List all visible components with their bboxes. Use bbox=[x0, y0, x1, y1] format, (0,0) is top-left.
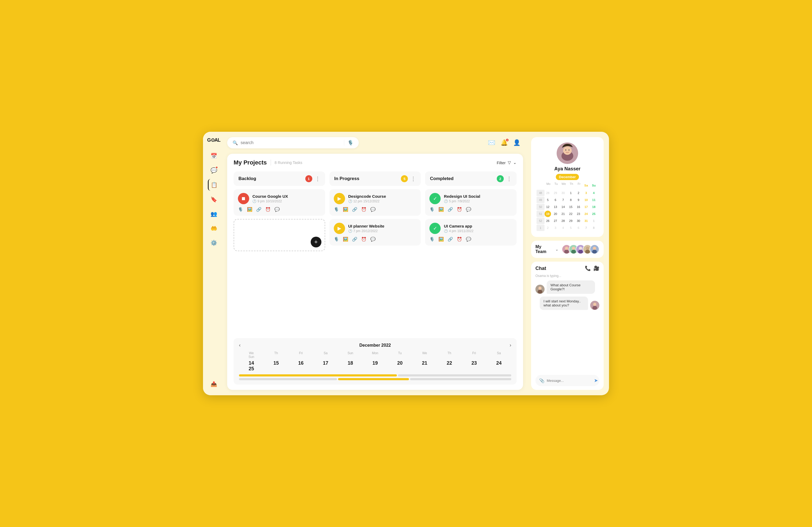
task-alarm-icon-4[interactable]: ⏰ bbox=[457, 207, 462, 212]
kanban-board: Backlog 1 ⋮ ⏹ Course Google UX 🕐 bbox=[234, 171, 517, 335]
sidebar-item-calendar[interactable]: 📅 bbox=[208, 150, 220, 162]
notification-icon[interactable]: 🔔 3 bbox=[501, 139, 508, 146]
task-card-top: ⏹ Course Google UX 🕐 9 pm 10/10/2022 bbox=[238, 193, 321, 204]
mini-calendar: December Mo Tu We Th Fr Sa Su 48 28 bbox=[536, 174, 598, 231]
sidebar-item-chat[interactable]: 💬 bbox=[208, 165, 220, 176]
task-icon-check-1: ✓ bbox=[429, 193, 441, 204]
svg-point-10 bbox=[571, 250, 576, 254]
mini-cal-month: December bbox=[556, 174, 579, 180]
task-link-icon-2[interactable]: 🔗 bbox=[352, 207, 358, 212]
column-title-backlog: Backlog bbox=[238, 176, 303, 181]
task-comment-icon-4[interactable]: 💬 bbox=[466, 207, 471, 212]
column-header-backlog: Backlog 1 ⋮ bbox=[234, 171, 325, 186]
sidebar-item-favorites[interactable]: 🤲 bbox=[208, 223, 220, 234]
video-icon[interactable]: 🎥 bbox=[593, 266, 599, 271]
task-card-designcode: ▶ Designcode Course 🕐 12 pm 15/12/2022 bbox=[330, 189, 421, 216]
svg-point-19 bbox=[592, 250, 597, 254]
search-input[interactable] bbox=[241, 140, 341, 145]
task-image-icon-4[interactable]: 🖼️ bbox=[438, 207, 444, 212]
task-icon-stop: ⏹ bbox=[238, 193, 249, 204]
add-task-backlog[interactable]: + bbox=[234, 219, 325, 251]
task-alarm-icon-3[interactable]: ⏰ bbox=[361, 237, 366, 242]
chat-avatar-other bbox=[535, 285, 545, 294]
column-menu-backlog[interactable]: ⋮ bbox=[315, 176, 320, 182]
chat-message-2: I will start next Monday.. what about yo… bbox=[535, 297, 599, 310]
search-box: 🔍 🎙️ bbox=[227, 137, 359, 148]
user-icon[interactable]: 👤 bbox=[513, 139, 520, 146]
avatar bbox=[557, 142, 578, 164]
running-tasks: 8 Running Tasks bbox=[275, 161, 302, 165]
team-avatar-5[interactable] bbox=[590, 244, 599, 254]
task-comment-icon-2[interactable]: 💬 bbox=[370, 207, 376, 212]
chat-input[interactable] bbox=[547, 379, 592, 383]
task-footer-designcode: 🎙️ 🖼️ 🔗 ⏰ 💬 bbox=[334, 207, 417, 212]
phone-icon[interactable]: 📞 bbox=[585, 266, 591, 271]
mic-icon[interactable]: 🎙️ bbox=[344, 140, 353, 146]
sidebar-item-team[interactable]: 👥 bbox=[208, 208, 220, 220]
svg-point-24 bbox=[593, 303, 596, 306]
svg-point-13 bbox=[578, 250, 583, 254]
chat-section: Chat 📞 🎥 Osama is typing... What about C… bbox=[531, 261, 604, 390]
task-image-icon-3[interactable]: 🖼️ bbox=[343, 237, 348, 242]
column-backlog: Backlog 1 ⋮ ⏹ Course Google UX 🕐 bbox=[234, 171, 325, 335]
cal-bar-gray-2 bbox=[239, 378, 337, 380]
task-card-redesign-ui: ✓ Redesign UI Social 🕐 5 pm 7/9/2022 bbox=[425, 189, 517, 216]
cal-next-button[interactable]: › bbox=[510, 342, 511, 348]
task-mic-icon[interactable]: 🎙️ bbox=[238, 207, 243, 212]
sidebar-item-logout[interactable]: 📤 bbox=[208, 378, 220, 390]
task-alarm-icon-5[interactable]: ⏰ bbox=[457, 237, 462, 242]
task-alarm-icon[interactable]: ⏰ bbox=[265, 207, 271, 212]
column-badge-backlog: 1 bbox=[305, 175, 312, 182]
chat-title: Chat bbox=[535, 266, 582, 271]
svg-point-2 bbox=[563, 146, 572, 155]
svg-point-21 bbox=[538, 287, 541, 290]
mini-cal-grid: Mo Tu We Th Fr Sa Su 48 28 29 30 1 bbox=[536, 182, 598, 231]
top-bar: 🔍 🎙️ ✉️ 🔔 3 👤 bbox=[227, 137, 523, 148]
mail-icon[interactable]: ✉️ bbox=[488, 139, 495, 146]
task-footer-ui-camera: 🎙️ 🖼️ 🔗 ⏰ 💬 bbox=[429, 237, 512, 242]
task-name: Course Google UX bbox=[252, 194, 321, 199]
team-chevron-icon[interactable]: ⌄ bbox=[555, 247, 559, 252]
task-link-icon-5[interactable]: 🔗 bbox=[448, 237, 453, 242]
app-container: G⊙AL 📅 💬 📋 🔖 👥 🤲 ⚙️ 📤 🔍 🎙️ ✉️ 🔔 bbox=[203, 132, 609, 395]
task-name-ui-planner: UI planner Website bbox=[348, 224, 417, 228]
task-comment-icon[interactable]: 💬 bbox=[274, 207, 280, 212]
column-badge-completed: 2 bbox=[497, 175, 504, 182]
task-card-ui-camera: ✓ UI Camera app 🕐 4 pm 10/11/2022 bbox=[425, 219, 517, 245]
task-image-icon[interactable]: 🖼️ bbox=[247, 207, 252, 212]
task-link-icon-3[interactable]: 🔗 bbox=[352, 237, 358, 242]
column-menu-completed[interactable]: ⋮ bbox=[506, 176, 512, 182]
task-mic-icon-3[interactable]: 🎙️ bbox=[334, 237, 339, 242]
attach-icon[interactable]: 📎 bbox=[539, 378, 545, 383]
sidebar-item-tasks[interactable]: 📋 bbox=[208, 179, 220, 191]
calendar-header: ‹ December 2022 › bbox=[239, 342, 511, 348]
task-icon-play-2: ▶ bbox=[334, 223, 345, 234]
send-icon[interactable]: ➤ bbox=[594, 378, 598, 383]
sidebar-item-bookmarks[interactable]: 🔖 bbox=[208, 194, 220, 205]
sidebar-item-settings[interactable]: ⚙️ bbox=[208, 237, 220, 249]
task-mic-icon-5[interactable]: 🎙️ bbox=[429, 237, 435, 242]
task-image-icon-5[interactable]: 🖼️ bbox=[438, 237, 444, 242]
task-mic-icon-2[interactable]: 🎙️ bbox=[334, 207, 339, 212]
task-info: Course Google UX 🕐 9 pm 10/10/2022 bbox=[252, 194, 321, 203]
profile-section: Aya Nasser December Mo Tu We Th Fr Sa Su bbox=[531, 137, 604, 237]
chat-bubble-2: I will start next Monday.. what about yo… bbox=[540, 297, 588, 310]
filter-button[interactable]: Filter ▽ ⌄ bbox=[497, 160, 517, 165]
task-link-icon-4[interactable]: 🔗 bbox=[448, 207, 453, 212]
task-image-icon-2[interactable]: 🖼️ bbox=[343, 207, 348, 212]
column-menu-in-progress[interactable]: ⋮ bbox=[410, 176, 416, 182]
cal-dates-row: 14 15 16 17 18 19 20 21 22 23 24 25 bbox=[239, 360, 511, 372]
task-alarm-icon-2[interactable]: ⏰ bbox=[361, 207, 366, 212]
svg-point-18 bbox=[593, 246, 596, 250]
task-comment-icon-5[interactable]: 💬 bbox=[466, 237, 471, 242]
task-link-icon[interactable]: 🔗 bbox=[256, 207, 262, 212]
projects-panel: My Projects 8 Running Tasks Filter ▽ ⌄ B… bbox=[227, 154, 523, 390]
cal-bar-gray-1 bbox=[398, 374, 511, 376]
task-comment-icon-3[interactable]: 💬 bbox=[370, 237, 376, 242]
task-mic-icon-4[interactable]: 🎙️ bbox=[429, 207, 435, 212]
chat-badge bbox=[215, 166, 218, 169]
task-card-course-google: ⏹ Course Google UX 🕐 9 pm 10/10/2022 bbox=[234, 189, 325, 216]
mini-cal-row-52: 52 26 27 28 29 30 31 1 bbox=[536, 217, 598, 224]
projects-title: My Projects bbox=[234, 159, 267, 166]
calendar-bars bbox=[239, 374, 511, 380]
